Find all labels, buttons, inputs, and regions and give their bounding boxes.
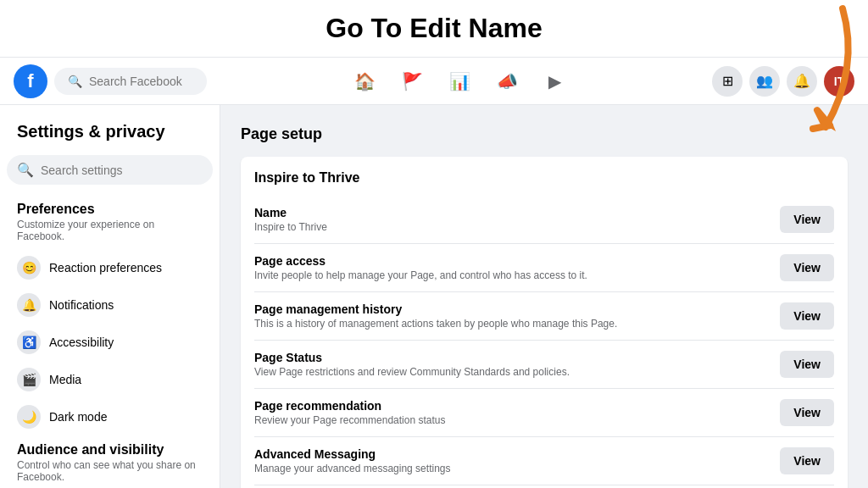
settings-card: Inspire to Thrive Name Inspire to Thrive… — [241, 157, 848, 488]
annotation-bar: Go To Edit Name — [0, 0, 868, 58]
setting-name: Page recommendation — [254, 399, 770, 413]
search-input[interactable] — [89, 75, 208, 88]
table-row: Page Status View Page restrictions and r… — [254, 341, 834, 389]
setting-info: Page Status View Page restrictions and r… — [254, 351, 770, 378]
annotation-title: Go To Edit Name — [326, 13, 542, 44]
table-row: Advanced Messaging Manage your advanced … — [254, 437, 834, 485]
media-icon: 🎬 — [17, 368, 41, 391]
audience-section-title: Audience and visibility — [7, 435, 213, 459]
view-button-advanced-messaging[interactable]: View — [780, 447, 834, 474]
navbar: f 🔍 🏠 🚩 📊 📣 ▶ ⊞ 👥 🔔 IT — [0, 58, 868, 105]
preferences-section-subtitle: Customize your experience on Facebook. — [7, 219, 213, 249]
search-bar[interactable]: 🔍 — [54, 68, 207, 95]
search-icon: 🔍 — [68, 75, 82, 88]
main-layout: Settings & privacy 🔍 Preferences Customi… — [0, 105, 868, 488]
setting-desc: View Page restrictions and review Commun… — [254, 366, 770, 378]
setting-name: Page access — [254, 254, 770, 268]
notifications-icon: 🔔 — [17, 293, 41, 317]
setting-desc: Manage your advanced messaging settings — [254, 463, 770, 474]
sidebar-item-label: Media — [49, 373, 81, 386]
sidebar-search[interactable]: 🔍 — [7, 155, 213, 185]
sidebar-title: Settings & privacy — [7, 115, 213, 148]
content-area: Page setup Inspire to Thrive Name Inspir… — [220, 105, 868, 488]
sidebar-item-accessibility[interactable]: ♿ Accessibility — [7, 324, 213, 361]
view-button-page-status[interactable]: View — [780, 351, 834, 378]
view-button-page-management[interactable]: View — [780, 302, 834, 330]
setting-info: Page access Invite people to help manage… — [254, 254, 770, 281]
sidebar: Settings & privacy 🔍 Preferences Customi… — [0, 105, 220, 488]
table-row: Page management history This is a histor… — [254, 292, 834, 341]
accessibility-icon: ♿ — [17, 330, 41, 354]
chart-nav-icon[interactable]: 📊 — [439, 61, 480, 102]
grid-button[interactable]: ⊞ — [712, 66, 743, 97]
content-title: Page setup — [241, 125, 848, 143]
setting-name: Page management history — [254, 302, 770, 316]
sidebar-item-reaction-preferences[interactable]: 😊 Reaction preferences — [7, 249, 213, 286]
view-button-name[interactable]: View — [780, 206, 834, 233]
setting-info: Name Inspire to Thrive — [254, 206, 770, 233]
sidebar-search-icon: 🔍 — [17, 162, 34, 178]
sidebar-item-label: Notifications — [49, 298, 114, 312]
card-section-title: Inspire to Thrive — [254, 170, 834, 186]
setting-info: Advanced Messaging Manage your advanced … — [254, 447, 770, 474]
table-row: Page access Invite people to help manage… — [254, 244, 834, 292]
setting-desc: Review your Page recommendation status — [254, 414, 770, 426]
dark-mode-icon: 🌙 — [17, 405, 41, 429]
navbar-actions: ⊞ 👥 🔔 IT — [712, 66, 854, 97]
view-button-page-access[interactable]: View — [780, 254, 834, 281]
sidebar-item-label: Reaction preferences — [49, 261, 162, 274]
flag-nav-icon[interactable]: 🚩 — [392, 61, 432, 102]
audience-section-subtitle: Control who can see what you share on Fa… — [7, 459, 213, 488]
setting-name: Name — [254, 206, 770, 219]
table-row: Page recommendation Review your Page rec… — [254, 389, 834, 437]
sidebar-item-label: Accessibility — [49, 336, 114, 349]
view-button-page-recommendation[interactable]: View — [780, 399, 834, 426]
setting-info: Page recommendation Review your Page rec… — [254, 399, 770, 426]
people-button[interactable]: 👥 — [749, 66, 780, 97]
setting-name: Page Status — [254, 351, 770, 364]
table-row: Name Inspire to Thrive View — [254, 196, 834, 244]
setting-desc: Inspire to Thrive — [254, 221, 770, 233]
avatar-button[interactable]: IT — [824, 66, 854, 97]
setting-desc: This is a history of management actions … — [254, 318, 770, 330]
preferences-section-title: Preferences — [7, 195, 213, 219]
home-nav-icon[interactable]: 🏠 — [344, 61, 385, 102]
video-nav-icon[interactable]: ▶ — [534, 61, 575, 102]
sidebar-item-notifications[interactable]: 🔔 Notifications — [7, 286, 213, 324]
sidebar-search-input[interactable] — [41, 164, 203, 177]
reaction-icon: 😊 — [17, 256, 41, 280]
megaphone-nav-icon[interactable]: 📣 — [487, 61, 527, 102]
sidebar-item-dark-mode[interactable]: 🌙 Dark mode — [7, 398, 213, 435]
sidebar-item-media[interactable]: 🎬 Media — [7, 361, 213, 398]
sidebar-item-label: Dark mode — [49, 410, 107, 424]
notifications-button[interactable]: 🔔 — [787, 66, 817, 97]
setting-name: Advanced Messaging — [254, 447, 770, 461]
navbar-nav: 🏠 🚩 📊 📣 ▶ — [207, 61, 712, 102]
setting-info: Page management history This is a histor… — [254, 302, 770, 330]
facebook-logo[interactable]: f — [14, 64, 47, 98]
setting-desc: Invite people to help manage your Page, … — [254, 269, 770, 281]
